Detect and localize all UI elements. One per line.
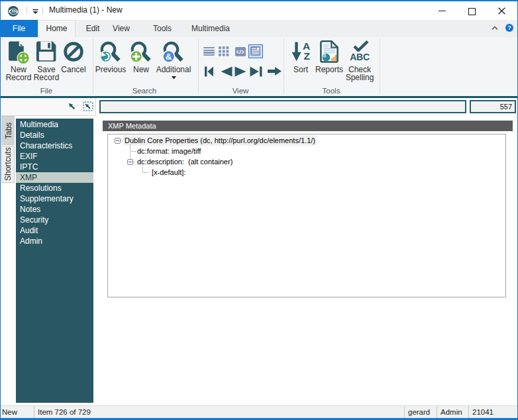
tab-file[interactable]: File (0, 20, 38, 37)
sidebar-tab-label: Shortcuts (2, 146, 14, 182)
media-count-field[interactable]: 557 (470, 100, 516, 113)
check-spelling-label: CheckSpelling (341, 66, 378, 81)
code-view-icon (235, 47, 246, 57)
group-separator (380, 38, 380, 94)
group-label-search: Search (125, 87, 164, 95)
status-separator (468, 406, 469, 418)
group-label-view: View (221, 87, 260, 95)
status-separator (437, 406, 437, 418)
previous-record-button[interactable] (221, 66, 233, 77)
sidebar-tab-label: Tabs (2, 117, 15, 144)
sort-icon: A Z (292, 41, 311, 62)
tree-collapse-box[interactable] (127, 159, 133, 165)
titlebar-separator (26, 7, 27, 14)
save-record-icon (36, 41, 56, 62)
sidebar-item-exif[interactable]: EXIF (16, 151, 93, 162)
sidebar-item-xmp[interactable]: XMP (16, 172, 93, 183)
sidebar-item-admin[interactable]: Admin (16, 236, 93, 246)
tab-tools[interactable]: Tools (146, 20, 179, 37)
cursor-arrow-icon[interactable] (68, 103, 76, 111)
additional-search-icon: & (162, 41, 184, 64)
new-record-icon (7, 40, 31, 66)
sidebar-item-characteristics[interactable]: Characteristics (16, 140, 93, 151)
tab-edit[interactable]: Edit (78, 20, 108, 37)
maximize-button[interactable] (457, 1, 487, 20)
grid-view-icon (219, 46, 229, 56)
abc-glyph: ABC (348, 52, 371, 62)
sidebar-tab-tabs[interactable]: Tabs (1, 116, 15, 145)
previous-search-icon (99, 41, 121, 64)
cancel-label: Cancel (55, 66, 92, 74)
group-label-tools: Tools (311, 87, 351, 95)
group-label-file: File (26, 87, 66, 95)
tree-node-x-default[interactable]: [x-default]: (152, 167, 185, 178)
next-record-button[interactable] (234, 66, 246, 77)
tree-connector (142, 172, 148, 173)
additional-label: Additional (155, 66, 192, 74)
first-record-button[interactable] (205, 66, 213, 77)
app-window: EMu Multimedia (1) - New File Home Edit … (0, 0, 518, 420)
tree-node-dc-format[interactable]: dc:format: image/tiff (137, 146, 201, 156)
sidebar-item-notes[interactable]: Notes (16, 204, 93, 215)
sidebar-item-resolutions[interactable]: Resolutions (16, 183, 93, 193)
status-separator (404, 406, 405, 418)
content-area: Tabs Shortcuts Multimedia Details Charac… (0, 98, 518, 405)
ampersand-glyph: & (166, 52, 172, 62)
tree-connector (130, 151, 136, 152)
window-border-left (0, 0, 1, 420)
tree-connector (133, 162, 136, 162)
tab-home[interactable]: Home (38, 20, 76, 37)
status-group: Admin (440, 406, 462, 418)
new-search-label: New (123, 66, 160, 74)
emu-logo-icon[interactable]: EMu (8, 6, 19, 17)
close-button[interactable] (487, 1, 517, 20)
sidebar-item-iptc[interactable]: IPTC (16, 162, 93, 172)
xmp-metadata-header: XMP Metadata (103, 121, 513, 131)
tab-multimedia[interactable]: Multimedia (184, 20, 237, 37)
reports-icon (320, 40, 339, 63)
window-title: Multimedia (1) - New (49, 5, 123, 15)
new-search-icon (130, 41, 152, 64)
goto-record-button[interactable] (268, 67, 282, 76)
status-bar: New Item 726 of 729 gerard Admin 21041 (0, 405, 518, 418)
sidebar-item-multimedia[interactable]: Multimedia (16, 119, 93, 130)
summary-field[interactable] (99, 100, 466, 113)
check-spelling-icon (353, 40, 369, 52)
xmp-tree-panel[interactable]: Dublin Core Properties (dc, http://purl.… (107, 134, 506, 297)
cancel-icon (64, 42, 83, 62)
tree-connector (142, 166, 143, 172)
sort-letter-z: Z (303, 50, 310, 62)
tree-node-dc-description[interactable]: dc:description: (alt container) (137, 156, 233, 167)
titlebar-separator (42, 7, 43, 14)
quick-access-dropdown-icon[interactable] (32, 9, 38, 14)
window-border-top (0, 0, 518, 1)
sidebar-item-details[interactable]: Details (16, 130, 93, 140)
additional-dropdown-caret (172, 76, 176, 79)
status-mode: New (2, 406, 17, 418)
list-view-icon (203, 47, 215, 56)
marquee-select-icon[interactable] (83, 101, 93, 111)
sidebar-tab-list: Multimedia Details Characteristics EXIF … (16, 119, 93, 403)
tree-node-dublin-core[interactable]: Dublin Core Properties (dc, http://purl.… (123, 135, 317, 146)
sidebar-tab-shortcuts[interactable]: Shortcuts (1, 146, 15, 183)
last-record-button[interactable] (250, 66, 262, 77)
tree-collapse-box[interactable] (115, 138, 121, 144)
form-view-button[interactable] (248, 44, 263, 59)
collapse-ribbon-icon[interactable] (492, 26, 498, 30)
sidebar-item-security[interactable]: Security (16, 215, 93, 225)
help-button[interactable]: ? (505, 24, 513, 32)
sidebar-toolbar (1, 98, 96, 116)
minimize-button[interactable] (427, 1, 457, 20)
status-user: gerard (408, 406, 430, 418)
status-separator (34, 406, 34, 418)
sidebar-item-audit[interactable]: Audit (16, 225, 93, 236)
status-item-count: Item 726 of 729 (38, 406, 91, 418)
form-view-icon (250, 46, 261, 56)
title-bar: EMu Multimedia (1) - New (0, 0, 518, 20)
sidebar-item-supplementary[interactable]: Supplementary (16, 193, 93, 204)
ribbon: File Search View Tools NewRecord SaveRec… (0, 37, 518, 96)
status-record-id: 21041 (472, 406, 493, 418)
group-separator (198, 38, 199, 94)
tab-view[interactable]: View (106, 20, 136, 37)
